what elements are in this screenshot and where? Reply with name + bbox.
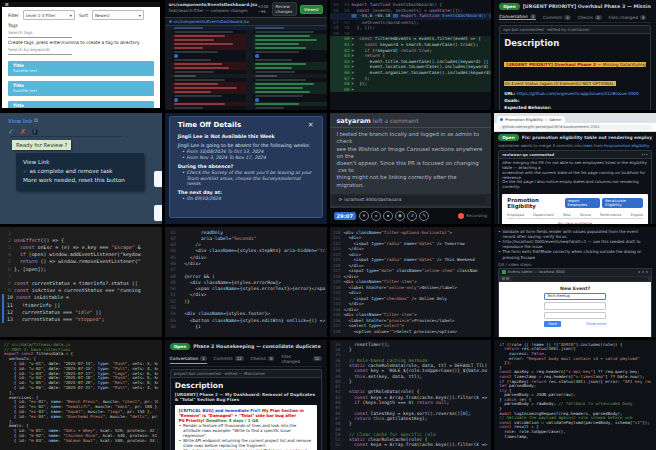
show-more-link[interactable]: Show more [586, 322, 606, 326]
review-changes-button[interactable]: Review changes [272, 2, 297, 16]
record-icon[interactable] [458, 213, 464, 219]
filter-label: Filter [8, 13, 19, 18]
form-input[interactable]: Tech Meetup [544, 293, 606, 301]
line-number: 10 [2, 294, 16, 301]
comment-author[interactable]: satyaram [337, 117, 371, 125]
player-control-button[interactable]: ◉ [395, 211, 405, 221]
list-card[interactable]: Title Subtitle text [8, 101, 154, 110]
menu-icon[interactable]: ☰ [5, 2, 9, 7]
kebab-menu-icon[interactable]: ••• [641, 152, 648, 157]
tile-review-comment-player: satyaram left a comment I tested the bra… [330, 113, 492, 223]
code-text: const onEsc = (e) => e.key === "Escape" … [14, 244, 141, 251]
player-control-button[interactable]: ⏵ [359, 211, 369, 221]
page-title: Promotion Eligibility [507, 197, 564, 209]
viewed-button[interactable]: Viewed [300, 5, 323, 14]
tile-github-issue: Open [URGENT PRIORITY] Overhaul Phase 3 … [494, 0, 656, 110]
player-control-button[interactable]: ↺ [407, 211, 417, 221]
line-number: 8 [2, 280, 14, 287]
check-icon[interactable]: ✓ [8, 128, 14, 136]
info-icon[interactable]: i [32, 129, 38, 135]
check-icon: ✓ [23, 168, 28, 174]
sort-select[interactable]: Newest▾ [92, 10, 144, 20]
issue-title-row: Open [URGENT PRIORITY] Overhaul Phase 3 … [499, 3, 651, 10]
tile-pr-split-diff: src/components/EventsDashboard.jsx feat/… [165, 0, 327, 110]
pr-tab[interactable]: Checks 0 [251, 354, 275, 364]
reload-icon[interactable]: ⟳ [339, 197, 343, 202]
address-bar[interactable] [511, 277, 648, 281]
copy-icon[interactable]: ⧉ [34, 117, 38, 124]
bullet-text: Render a feature off thousands of lines … [183, 423, 312, 438]
filter-select[interactable]: Level 1-3 Filter▾ [23, 10, 75, 20]
diff-header: src/components/EventsDashboard.jsx feat/… [165, 0, 327, 17]
diff-row [165, 106, 327, 110]
doc-heading: [CRITICAL BUG] and Immediate Fix!! My Pl… [179, 408, 313, 418]
issue-link[interactable]: https://github.com/org/events-app/issues… [517, 91, 639, 96]
filter-value: Level 1-3 Filter [26, 13, 56, 18]
browser-tab[interactable]: Promotion Eligibility — Admin [497, 116, 565, 123]
tile-review-tooltip: View link ⧉ ✓ ✗ i Ready for Review ? Vie… [0, 113, 162, 223]
window-controls[interactable] [638, 271, 649, 274]
pr-tab[interactable]: Conversation 4 [170, 354, 207, 364]
highlighted-line: [URGENT PRIORITY] Overhaul Phase 3 — Mis… [504, 51, 646, 89]
event-form: Tech Meetup [544, 293, 606, 322]
tooltip-title: View Link [23, 158, 137, 167]
player-control-button[interactable]: ⏹ [383, 211, 393, 221]
modal-header: Time Off Details ✕ [178, 121, 314, 129]
pr-tab[interactable]: Commits 4 [543, 14, 571, 20]
pr-tab[interactable]: Conversation 4 [499, 14, 536, 20]
tab-label: Conversation [170, 356, 198, 361]
list-card[interactable]: Title Subtitle text [8, 81, 154, 96]
tile-cache-service-code: 33 resetTimer(); 34 } 35 36 // Role-base… [330, 340, 492, 450]
address-bar[interactable]: github.com/org/hr-portal/pull/87#issueco… [498, 125, 652, 131]
base-branch-link[interactable]: main [583, 143, 593, 148]
line-number: 2 [2, 237, 14, 244]
pr-tab[interactable]: Files changed 12 [281, 354, 321, 364]
tags-input[interactable]: Search tags [8, 30, 72, 38]
pr-tab[interactable]: Commits 12 [214, 354, 244, 364]
form-input[interactable] [544, 302, 606, 310]
player-control-button[interactable]: ✎ [419, 211, 429, 221]
file-bar-path: src/components/EventsDashboard.jsx [174, 19, 249, 24]
bullet-item: • Check the Survey of the work you'll be… [182, 170, 314, 187]
nav-buttons[interactable] [502, 277, 509, 280]
comment-author[interactable]: reviewer-qa commented [502, 152, 554, 157]
tile-time-off-modal: Time Off Details ✕ Jingli Lee is Not Ava… [165, 113, 327, 223]
code-line: 8 const currentStatus = timerInfo?.statu… [2, 280, 160, 287]
cross-icon[interactable]: ✗ [20, 128, 26, 136]
keyword-search-input[interactable]: Search by keywords [8, 47, 72, 55]
address-bar[interactable]: ⟳ localhost:3000/dashboard [335, 196, 487, 204]
action-button[interactable]: Import Employees [565, 198, 601, 208]
tooltip-complete-line: ✓ as complete and remove task [23, 167, 137, 176]
empty-state-text: No data available [507, 221, 643, 223]
pr-tab[interactable]: Files changed 4 [609, 14, 647, 20]
old-code-cell [172, 106, 246, 110]
tooltip-reset-line: More work needed, reset this button [23, 176, 137, 185]
code-lines: 1 2 useEffect(() => { 3 const onEsc = (e… [2, 230, 160, 324]
action-button[interactable]: Recalculate Eligibility [602, 198, 643, 208]
save-button[interactable]: Save [544, 321, 561, 327]
table-column-header: Performance [600, 213, 622, 217]
code-text: const keys = Array.from(cache.keys()).fi… [344, 442, 488, 447]
list-card[interactable]: Title Subtitle text [8, 61, 154, 76]
tab-count-badge: 0 [595, 15, 601, 20]
doc-bullets: • Render a feature off thousands of line… [179, 423, 313, 450]
close-icon[interactable]: ✕ [308, 121, 314, 129]
code-text: <input type="date" className="inline-ite… [344, 268, 478, 274]
head-branch-link[interactable]: fix/promotion-eligibility [604, 143, 649, 148]
card-subtitle: Subtitle text [13, 68, 149, 73]
pr-tab[interactable]: Checks 0 [578, 14, 602, 20]
tab-label: Files changed [609, 15, 638, 20]
absence-headline: Jingli Lee is Not Available this Week [178, 134, 314, 140]
embedded-screenshot[interactable]: Promotion Eligibility Import EmployeesRe… [502, 194, 648, 223]
view-link[interactable]: View link [8, 118, 33, 124]
code-text: } [344, 421, 352, 426]
table-column-header: Employee [507, 213, 524, 217]
player-control-button[interactable]: ⏸ [371, 211, 381, 221]
tab-count-badge: 4 [640, 15, 646, 20]
form-input[interactable] [544, 312, 606, 320]
bullet-dot: • [179, 423, 181, 438]
issue-title: [URGENT PRIORITY] Overhaul Phase 3 — Mis… [523, 4, 651, 9]
embedded-browser-screenshot[interactable]: Events Admin — localhost:3000 New Event?… [498, 268, 652, 337]
new-gutter [246, 106, 253, 110]
file-bar[interactable]: src/components/EventsDashboard.jsx [165, 17, 327, 26]
